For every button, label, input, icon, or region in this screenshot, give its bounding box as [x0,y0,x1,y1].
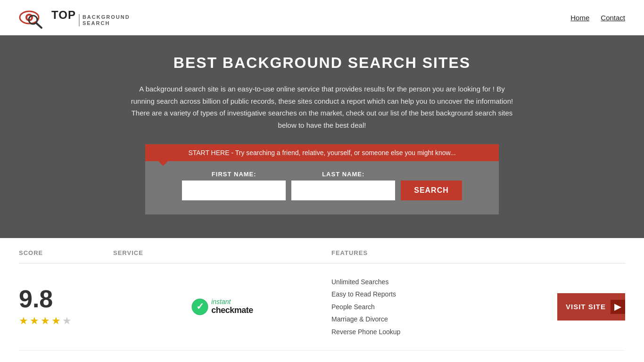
visit-btn-label-1: VISIT SITE [566,303,606,311]
feature-item: Unlimited Searches [331,277,550,287]
score-col-1: 9.8 ★ ★ ★ ★ ★ [19,287,113,327]
last-name-group: LAST NAME: [291,171,395,200]
col-action-label [550,249,625,256]
logo: TOP BACKGROUND SEARCH [19,6,130,29]
logo-sub2: SEARCH [83,20,130,26]
col-service-label: SERVICE [113,249,331,256]
score-value-1: 9.8 [19,287,53,311]
star: ★ [19,315,28,327]
feature-item: Easy to Read Reports [331,289,550,299]
col-score-label: SCORE [19,249,113,256]
visit-col-1: VISIT SITE ▶ [550,293,625,321]
last-name-label: LAST NAME: [291,171,395,178]
svg-text:✓: ✓ [196,301,204,312]
checkmate-icon: ✓ [191,298,208,315]
logo-icon [19,6,50,29]
hero-description: A background search site is an easy-to-u… [129,83,515,131]
visit-arrow-icon: ▶ [611,300,625,314]
search-button[interactable]: SEARCH [401,181,462,200]
search-form-section: FIRST NAME: LAST NAME: SEARCH [145,161,499,214]
results-section: SCORE SERVICE FEATURES 9.8 ★ ★ ★ ★ ★ ✓ [0,243,644,362]
main-nav: Home Contact [570,14,625,22]
first-name-group: FIRST NAME: [182,171,286,200]
col-features-label: FEATURES [331,249,550,256]
table-row: 9.8 ★ ★ ★ ★ ★ ✓ instant checkmate [19,263,625,351]
stars-1: ★ ★ ★ ★ ★ [19,315,72,327]
search-form: FIRST NAME: LAST NAME: SEARCH [164,171,480,200]
visit-site-button-1[interactable]: VISIT SITE ▶ [557,293,625,321]
search-banner-text: START HERE - Try searching a friend, rel… [188,149,455,156]
feature-item: People Search [331,302,550,312]
hero-section: BEST BACKGROUND SEARCH SITES A backgroun… [0,35,644,238]
star-empty: ★ [62,315,72,327]
first-name-label: FIRST NAME: [182,171,286,178]
table-row: 9.4 ★ ★ ★ ★ ★ PeopleLooker Accurate and … [19,351,625,362]
logo-top: TOP [51,8,76,22]
first-name-input[interactable] [182,181,286,200]
logo-sub1: BACKGROUND [83,14,130,20]
checkmate-name: instant checkmate [211,298,253,315]
site-header: TOP BACKGROUND SEARCH Home Contact [0,0,644,35]
star: ★ [41,315,50,327]
feature-item: Marriage & Divorce [331,314,550,324]
star: ★ [51,315,61,327]
last-name-input[interactable] [291,181,395,200]
search-banner: START HERE - Try searching a friend, rel… [145,144,499,161]
page-title: BEST BACKGROUND SEARCH SITES [9,54,635,72]
star: ★ [30,315,39,327]
nav-home[interactable]: Home [570,14,589,22]
table-header: SCORE SERVICE FEATURES [19,243,625,263]
svg-line-5 [36,23,41,28]
nav-contact[interactable]: Contact [601,14,625,22]
feature-item: Reverse Phone Lookup [331,327,550,337]
features-col-1: Unlimited Searches Easy to Read Reports … [331,277,550,337]
service-col-1: ✓ instant checkmate [113,298,331,315]
checkmate-logo: ✓ instant checkmate [191,298,253,315]
